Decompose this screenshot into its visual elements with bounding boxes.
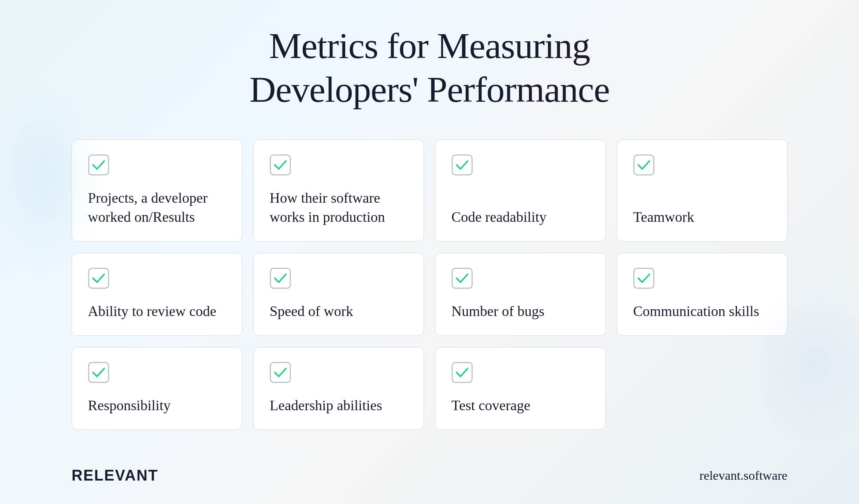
svg-rect-0 <box>89 155 109 175</box>
card-communication-skills: Communication skills <box>617 253 787 336</box>
svg-rect-10 <box>452 362 472 382</box>
svg-rect-4 <box>89 268 109 288</box>
card-ability-review-code: Ability to review code <box>72 253 242 336</box>
card-projects-results: Projects, a developer worked on/Results <box>72 140 242 242</box>
checkbox-icon-speed <box>270 268 291 289</box>
svg-rect-3 <box>634 155 654 175</box>
checkbox-icon-code-readability <box>451 154 473 176</box>
checkbox-icon-communication <box>633 268 655 289</box>
card-label-leadership: Leadership abilities <box>270 396 408 415</box>
card-label-projects: Projects, a developer worked on/Results <box>88 188 226 227</box>
checkbox-icon-test-coverage <box>451 362 473 383</box>
card-code-readability: Code readability <box>435 140 606 242</box>
svg-rect-1 <box>270 155 290 175</box>
svg-rect-2 <box>452 155 472 175</box>
checkbox-icon-bugs <box>451 268 473 289</box>
card-label-communication: Communication skills <box>633 302 771 321</box>
card-test-coverage: Test coverage <box>435 347 606 430</box>
card-leadership-abilities: Leadership abilities <box>253 347 424 430</box>
website-url: relevant.software <box>700 468 787 483</box>
svg-rect-6 <box>452 268 472 288</box>
checkbox-icon-responsibility <box>88 362 109 383</box>
card-label-test-coverage: Test coverage <box>451 396 589 415</box>
checkbox-icon-ability-review <box>88 268 109 289</box>
metrics-grid: Projects, a developer worked on/Results … <box>72 140 787 430</box>
card-responsibility: Responsibility <box>72 347 242 430</box>
checkbox-icon-teamwork <box>633 154 655 176</box>
checkbox-icon-software <box>270 154 291 176</box>
card-number-of-bugs: Number of bugs <box>435 253 606 336</box>
card-software-production: How their software works in production <box>253 140 424 242</box>
card-label-software: How their software works in production <box>270 188 408 227</box>
page-title: Metrics for Measuring Developers' Perfor… <box>249 24 610 112</box>
card-label-bugs: Number of bugs <box>451 302 589 321</box>
card-label-teamwork: Teamwork <box>633 207 771 227</box>
card-label-responsibility: Responsibility <box>88 396 226 415</box>
footer: RELEVANT relevant.software <box>72 467 787 484</box>
brand-logo: RELEVANT <box>72 467 158 484</box>
card-empty <box>617 347 787 430</box>
checkbox-icon-leadership <box>270 362 291 383</box>
card-label-speed: Speed of work <box>270 302 408 321</box>
svg-rect-5 <box>270 268 290 288</box>
svg-rect-9 <box>270 362 290 382</box>
checkbox-icon-projects <box>88 154 109 176</box>
card-label-ability-review: Ability to review code <box>88 302 226 321</box>
card-teamwork: Teamwork <box>617 140 787 242</box>
card-label-code-readability: Code readability <box>451 207 589 227</box>
svg-rect-7 <box>634 268 654 288</box>
svg-rect-8 <box>89 362 109 382</box>
page-container: Metrics for Measuring Developers' Perfor… <box>0 0 859 504</box>
card-speed-of-work: Speed of work <box>253 253 424 336</box>
